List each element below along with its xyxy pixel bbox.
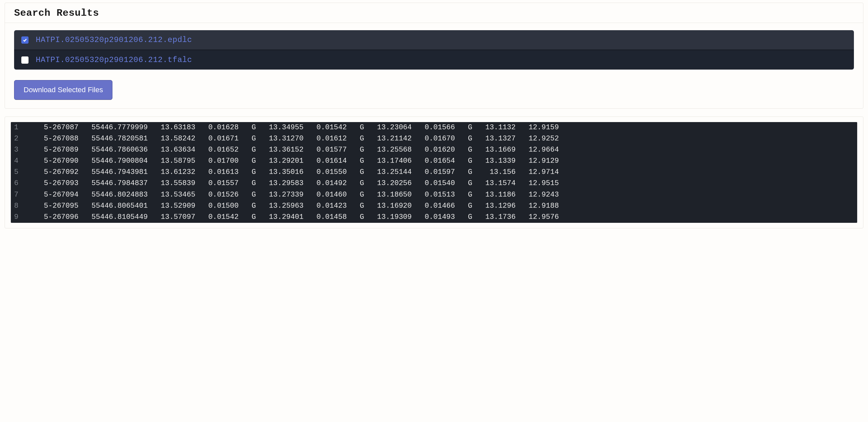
file-checkbox[interactable] [21, 36, 29, 44]
file-list: HATPI.02505320p2901206.212.epdlcHATPI.02… [14, 30, 854, 69]
data-row-content: 5-267092 55446.7943981 13.61232 0.01613 … [27, 167, 857, 178]
download-selected-button[interactable]: Download Selected Files [14, 80, 113, 100]
file-checkbox[interactable] [21, 56, 29, 64]
line-number: 5 [11, 167, 27, 178]
file-item[interactable]: HATPI.02505320p2901206.212.epdlc [14, 30, 854, 50]
data-row: 1 5-267087 55446.7779999 13.63183 0.0162… [11, 122, 857, 133]
data-row: 3 5-267089 55446.7860636 13.63634 0.0165… [11, 144, 857, 156]
data-row-content: 5-267095 55446.8065401 13.52909 0.01500 … [27, 200, 857, 212]
data-row-content: 5-267089 55446.7860636 13.63634 0.01652 … [27, 144, 857, 156]
data-preview-panel: 1 5-267087 55446.7779999 13.63183 0.0162… [5, 116, 863, 228]
data-row-content: 5-267096 55446.8105449 13.57097 0.01542 … [27, 212, 857, 223]
file-name-link[interactable]: HATPI.02505320p2901206.212.tfalc [36, 55, 192, 64]
data-row: 8 5-267095 55446.8065401 13.52909 0.0150… [11, 200, 857, 212]
data-row: 7 5-267094 55446.8024883 13.53465 0.0152… [11, 189, 857, 200]
check-icon [23, 38, 27, 42]
data-content-block: 1 5-267087 55446.7779999 13.63183 0.0162… [11, 122, 857, 223]
data-row: 5 5-267092 55446.7943981 13.61232 0.0161… [11, 167, 857, 178]
data-row-content: 5-267090 55446.7900804 13.58795 0.01700 … [27, 156, 857, 167]
data-row: 9 5-267096 55446.8105449 13.57097 0.0154… [11, 212, 857, 223]
line-number: 9 [11, 212, 27, 223]
line-number: 8 [11, 200, 27, 212]
file-item[interactable]: HATPI.02505320p2901206.212.tfalc [14, 50, 854, 69]
data-row: 6 5-267093 55446.7984837 13.55839 0.0155… [11, 178, 857, 189]
line-number: 6 [11, 178, 27, 189]
line-number: 2 [11, 133, 27, 144]
data-row-content: 5-267094 55446.8024883 13.53465 0.01526 … [27, 189, 857, 200]
data-row: 4 5-267090 55446.7900804 13.58795 0.0170… [11, 156, 857, 167]
page-title: Search Results [14, 7, 854, 19]
data-row-content: 5-267087 55446.7779999 13.63183 0.01628 … [27, 122, 857, 133]
line-number: 3 [11, 144, 27, 156]
line-number: 1 [11, 122, 27, 133]
data-row-content: 5-267093 55446.7984837 13.55839 0.01557 … [27, 178, 857, 189]
panel-header: Search Results [5, 3, 863, 23]
panel-body: HATPI.02505320p2901206.212.epdlcHATPI.02… [5, 23, 863, 108]
search-results-panel: Search Results HATPI.02505320p2901206.21… [5, 3, 863, 109]
line-number: 7 [11, 189, 27, 200]
data-row: 2 5-267088 55446.7820581 13.58242 0.0167… [11, 133, 857, 144]
data-row-content: 5-267088 55446.7820581 13.58242 0.01671 … [27, 133, 857, 144]
line-number: 4 [11, 156, 27, 167]
file-name-link[interactable]: HATPI.02505320p2901206.212.epdlc [36, 35, 192, 44]
